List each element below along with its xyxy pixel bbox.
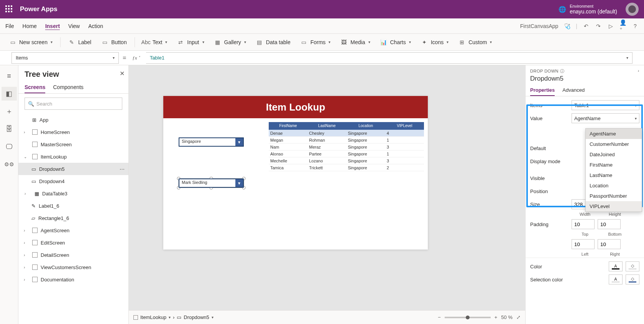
charts-button[interactable]: 📊Charts▾: [376, 37, 415, 47]
option-viplevel[interactable]: VIPLevel: [586, 201, 642, 212]
menu-home[interactable]: Home: [23, 23, 37, 29]
close-tree-icon[interactable]: ✕: [120, 70, 125, 77]
menu-action[interactable]: Action: [88, 23, 103, 29]
environment-name[interactable]: enayu.com (default): [570, 8, 617, 15]
tree-homescreen[interactable]: ›HomeScreen: [18, 126, 128, 138]
table-row[interactable]: MechelleLozanoSingapore3: [269, 157, 424, 164]
screen-preview[interactable]: Item Lookup Singapore▼ Mark Siedling▼ Fi…: [163, 96, 428, 250]
tree-masterscreen[interactable]: MasterScreen: [18, 138, 128, 150]
menu-view[interactable]: View: [68, 23, 80, 29]
property-selector[interactable]: Items▾: [12, 52, 119, 64]
table-row[interactable]: AlonsoParteeSingapore1: [269, 150, 424, 157]
col-location[interactable]: Location: [347, 122, 385, 130]
zoom-in-icon[interactable]: +: [495, 314, 498, 320]
gallery-button[interactable]: ▦Gallery▾: [210, 37, 250, 47]
option-location[interactable]: Location: [586, 180, 642, 191]
user-avatar[interactable]: [626, 3, 639, 16]
tab-components[interactable]: Components: [53, 82, 83, 93]
option-customernumber[interactable]: CustomerNumber: [586, 139, 642, 149]
table-row[interactable]: TamicaTrickettSingapore2: [269, 164, 424, 171]
tree-app[interactable]: ⊞App: [18, 114, 128, 126]
tree-rectangle1-6[interactable]: ▱Rectangle1_6: [18, 212, 128, 224]
value-dropdown-popup[interactable]: AgentName CustomerNumber DateJoined Firs…: [585, 128, 642, 212]
rail-hamburger-icon[interactable]: ≡: [2, 69, 17, 83]
tab-advanced[interactable]: Advanced: [562, 85, 585, 96]
zoom-out-icon[interactable]: −: [438, 314, 441, 320]
help-icon[interactable]: ?: [632, 23, 639, 30]
rail-tools-icon[interactable]: ⚙⚙: [2, 157, 17, 171]
menu-file[interactable]: File: [5, 23, 14, 29]
tree-viewcustomersscreen[interactable]: ›ViewCustomersScreen: [18, 261, 128, 273]
control-name[interactable]: Dropdown5: [526, 75, 644, 85]
rail-data-icon[interactable]: 🗄: [2, 122, 17, 136]
option-passportnumber[interactable]: PassportNumber: [586, 191, 642, 201]
preview-icon[interactable]: ▷: [607, 23, 614, 30]
formula-input[interactable]: Table1▾: [146, 52, 632, 64]
breadcrumb[interactable]: ItemLookup▾ › ▭ Dropdown5▾: [133, 314, 214, 320]
tree-datatable3[interactable]: ›▦DataTable3: [18, 187, 128, 200]
tree-agentscreen[interactable]: ›AgentScreen: [18, 224, 128, 236]
fx-icon[interactable]: ƒx˅: [130, 55, 142, 61]
tree-itemlookup[interactable]: ⌄ItemLookup: [18, 150, 128, 163]
table-row[interactable]: NamMerazSingapore3: [269, 144, 424, 150]
tab-properties[interactable]: Properties: [530, 85, 555, 96]
custom-button[interactable]: ⊞Custom▾: [455, 37, 496, 47]
tab-screens[interactable]: Screens: [25, 82, 45, 93]
col-firstname[interactable]: FirstName: [269, 122, 307, 130]
canvas-dropdown1[interactable]: Singapore▼: [179, 137, 244, 147]
icons-button[interactable]: ✦Icons▾: [417, 37, 452, 47]
prop-padright-input[interactable]: [598, 239, 621, 249]
table-row[interactable]: MeganRohmanSingapore1: [269, 137, 424, 144]
canvas-dropdown2-selected[interactable]: Mark Siedling▼: [179, 179, 244, 188]
canvas[interactable]: Item Lookup Singapore▼ Mark Siedling▼ Fi…: [129, 65, 525, 324]
zoom-level[interactable]: 50 %: [501, 314, 513, 320]
menu-insert[interactable]: Insert: [45, 23, 60, 29]
tree-detailscreen[interactable]: ›DetailScreen: [18, 249, 128, 261]
rail-media-icon[interactable]: 🖵: [2, 140, 17, 154]
prop-value-select[interactable]: AgentName▾: [572, 113, 639, 123]
label-button[interactable]: ✎Label: [64, 37, 95, 47]
col-lastname[interactable]: LastName: [307, 122, 346, 130]
prop-items-select[interactable]: Table1▾: [572, 100, 639, 110]
redo-icon[interactable]: ↷: [595, 23, 602, 30]
tree-documentation[interactable]: ›Documentation: [18, 273, 128, 286]
rail-treeview-icon[interactable]: ◧: [2, 87, 17, 101]
undo-icon[interactable]: ↶: [583, 23, 590, 30]
option-firstname[interactable]: FirstName: [586, 160, 642, 170]
option-datejoined[interactable]: DateJoined: [586, 149, 642, 160]
prop-padtop-input[interactable]: [572, 219, 595, 229]
chevron-right-icon[interactable]: ›: [638, 68, 639, 73]
forms-button[interactable]: ▭Forms▾: [297, 37, 335, 47]
sel-font-color-picker[interactable]: A: [609, 274, 623, 284]
canvas-datatable[interactable]: FirstName LastName Location VIPLevel Den…: [269, 122, 424, 171]
prop-padleft-input[interactable]: [572, 239, 595, 249]
tree-editscreen[interactable]: ›EditScreen: [18, 236, 128, 249]
app-name[interactable]: FirstCanvasApp: [520, 23, 559, 29]
fill-color-picker[interactable]: ◇: [626, 261, 639, 271]
info-icon[interactable]: ⓘ: [560, 69, 565, 73]
fit-screen-icon[interactable]: ⤢: [516, 314, 521, 320]
media-button[interactable]: 🖼Media▾: [337, 37, 374, 47]
rail-insert-icon[interactable]: ＋: [2, 104, 17, 118]
new-screen-button[interactable]: ▭New screen▾: [5, 37, 56, 47]
option-agentname[interactable]: AgentName: [586, 129, 642, 139]
zoom-slider[interactable]: [445, 317, 491, 318]
text-button[interactable]: AbcText▾: [139, 37, 171, 47]
table-row[interactable]: DenaeChesleySingapore4: [269, 130, 424, 137]
option-lastname[interactable]: LastName: [586, 170, 642, 180]
sel-fill-color-picker[interactable]: ◇: [626, 274, 639, 284]
tree-label1-6[interactable]: ✎Label1_6: [18, 200, 128, 212]
datatable-button[interactable]: ▤Data table: [252, 37, 294, 47]
share-icon[interactable]: 👤⁺: [619, 23, 626, 30]
app-checker-icon[interactable]: 🩺: [564, 23, 570, 30]
tree-dropdown4[interactable]: ▭Dropdown4: [18, 175, 128, 187]
prop-padbottom-input[interactable]: [598, 219, 621, 229]
input-button[interactable]: ⇄Input▾: [173, 37, 208, 47]
col-viplevel[interactable]: VIPLevel: [385, 122, 424, 130]
tree-dropdown5[interactable]: ▭Dropdown5⋯: [18, 163, 128, 175]
dropdown-icon: ▭: [31, 179, 36, 184]
tree-search-input[interactable]: 🔍 Search: [25, 98, 122, 110]
app-launcher-icon[interactable]: [5, 5, 13, 13]
button-button[interactable]: ▭Button: [97, 37, 130, 47]
font-color-picker[interactable]: A: [609, 261, 623, 271]
